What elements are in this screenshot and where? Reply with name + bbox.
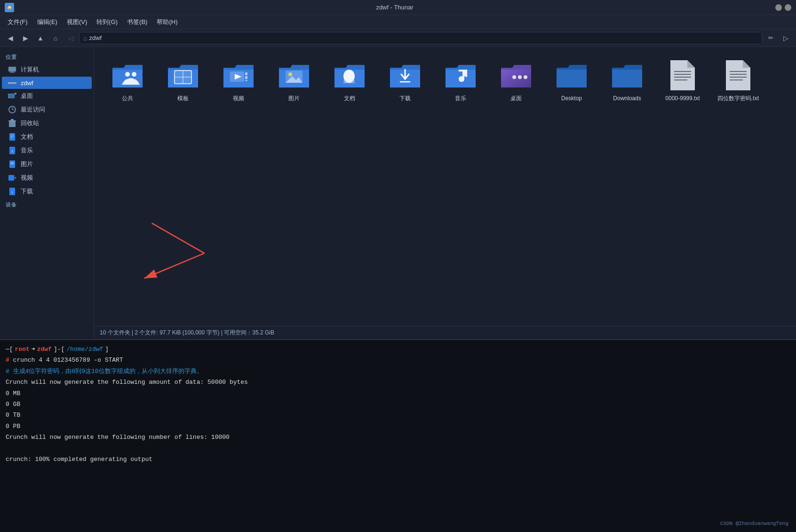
terminal-output-blank bbox=[6, 443, 790, 454]
home-button[interactable]: ⌂ bbox=[49, 32, 62, 45]
minimize-btn[interactable] bbox=[775, 4, 782, 11]
folder-moban[interactable]: 模板 bbox=[157, 55, 209, 106]
window-controls bbox=[775, 4, 791, 11]
folder-icon-downloads bbox=[610, 58, 644, 92]
output-line-2: 0 MB bbox=[6, 390, 20, 397]
sidebar-item-downloads[interactable]: ↓ 下载 bbox=[2, 185, 92, 198]
device-section-label: 设备 bbox=[0, 199, 94, 210]
watermark: CSDN @Zhanduanwangfeng bbox=[720, 521, 788, 526]
sidebar-item-videos[interactable]: 视频 bbox=[2, 171, 92, 184]
sidebar-downloads-label: 下载 bbox=[21, 187, 33, 196]
svg-rect-20 bbox=[8, 175, 14, 181]
folder-desktop[interactable]: Desktop bbox=[546, 55, 597, 106]
docs-icon bbox=[8, 133, 17, 141]
svg-rect-30 bbox=[245, 76, 247, 79]
term-command-text: crunch 4 4 0123456789 -o START bbox=[13, 357, 123, 364]
folder-xiazai-label: 下载 bbox=[399, 95, 411, 103]
svg-point-39 bbox=[524, 75, 527, 79]
menu-goto[interactable]: 转到(G) bbox=[93, 16, 121, 28]
svg-rect-0 bbox=[8, 67, 16, 71]
sidebar-item-music[interactable]: ♪ 音乐 bbox=[2, 144, 92, 157]
terminal-output-7: crunch: 100% completed generating output bbox=[6, 454, 790, 465]
svg-rect-5 bbox=[15, 93, 16, 95]
terminal-prompt: ─[ root ➜ zdwf ]-[ /home/zdwf ] bbox=[6, 344, 790, 355]
sidebar-item-zdwf[interactable]: zdwf bbox=[2, 77, 92, 89]
folder-zhuomian[interactable]: 桌面 bbox=[490, 55, 542, 106]
folder-icon-tupian bbox=[277, 58, 311, 92]
forward-button[interactable]: ▶ bbox=[19, 32, 32, 45]
svg-point-38 bbox=[518, 75, 522, 79]
pictures-icon bbox=[8, 160, 17, 168]
svg-rect-19 bbox=[10, 162, 14, 165]
svg-text:↓: ↓ bbox=[11, 189, 14, 194]
videos-icon bbox=[8, 174, 17, 182]
back-button[interactable]: ◀ bbox=[4, 32, 17, 45]
menu-bookmarks[interactable]: 书签(B) bbox=[123, 16, 151, 28]
output-line-7: crunch: 100% completed generating output bbox=[6, 456, 152, 463]
terminal-output-3: 0 GB bbox=[6, 399, 790, 410]
menu-edit[interactable]: 编辑(E) bbox=[33, 16, 61, 28]
file-siweidenshu[interactable]: 四位数字密码.txt bbox=[712, 55, 764, 106]
folder-yinyue[interactable]: 音乐 bbox=[435, 55, 486, 106]
maximize-btn[interactable] bbox=[785, 4, 791, 11]
menu-view[interactable]: 视图(V) bbox=[63, 16, 91, 28]
svg-rect-31 bbox=[245, 80, 247, 81]
sidebar-item-desktop[interactable]: 桌面 bbox=[2, 89, 92, 103]
term-host: zdwf bbox=[37, 344, 52, 355]
svg-rect-12 bbox=[9, 133, 15, 141]
file-0000-9999[interactable]: 0000-9999.txt bbox=[657, 55, 708, 106]
menubar: 文件(F) 编辑(E) 视图(V) 转到(G) 书签(B) 帮助(H) bbox=[0, 15, 796, 29]
folder-gong-gong[interactable]: 公共 bbox=[102, 55, 153, 106]
desktop-icon bbox=[8, 92, 17, 100]
menu-file[interactable]: 文件(F) bbox=[4, 16, 32, 28]
svg-rect-4 bbox=[9, 95, 14, 98]
folder-gonggong-label: 公共 bbox=[122, 95, 133, 103]
folder-downloads-label: Downloads bbox=[613, 95, 641, 103]
path-label: zdwf bbox=[89, 34, 102, 41]
folder-shipin[interactable]: 视频 bbox=[213, 55, 264, 106]
right-arrow-button[interactable]: ▷ bbox=[779, 32, 792, 45]
output-line-1: Crunch will now generate the following a… bbox=[6, 379, 248, 386]
folder-tupian[interactable]: 图片 bbox=[268, 55, 320, 106]
term-hash: # bbox=[6, 357, 13, 364]
svg-rect-9 bbox=[9, 121, 16, 127]
sidebar-desktop-label: 桌面 bbox=[21, 92, 33, 100]
left-arrow-button[interactable]: ◁ bbox=[64, 32, 77, 45]
terminal: ─[ root ➜ zdwf ]-[ /home/zdwf ] # crunch… bbox=[0, 339, 796, 532]
sidebar-videos-label: 视频 bbox=[21, 174, 33, 182]
svg-text:♪: ♪ bbox=[11, 149, 14, 153]
path-home-icon: ⌂ bbox=[83, 34, 87, 42]
sidebar-item-recent[interactable]: 最近访问 bbox=[2, 103, 92, 116]
folder-tupian-label: 图片 bbox=[288, 95, 300, 103]
edit-path-button[interactable]: ✏ bbox=[764, 32, 777, 45]
file-area: 公共 模板 bbox=[94, 47, 796, 339]
sidebar-item-computer[interactable]: 计算机 bbox=[2, 63, 92, 76]
zdwf-icon bbox=[8, 79, 17, 87]
menu-help[interactable]: 帮助(H) bbox=[153, 16, 181, 28]
svg-rect-1 bbox=[10, 71, 14, 72]
term-bracket-close: ] bbox=[105, 344, 109, 355]
folder-xiazai[interactable]: 下载 bbox=[379, 55, 431, 106]
sidebar-zdwf-label: zdwf bbox=[21, 79, 33, 87]
path-bar[interactable]: ⌂ zdwf bbox=[79, 32, 762, 44]
terminal-command: # crunch 4 4 0123456789 -o START bbox=[6, 355, 790, 365]
statusbar: 10 个文件夹 | 2 个文件: 97.7 KiB (100,000 字节) |… bbox=[94, 326, 796, 339]
svg-point-33 bbox=[288, 72, 292, 76]
folder-icon-gonggong bbox=[111, 58, 144, 92]
up-button[interactable]: ▲ bbox=[34, 32, 47, 45]
folder-wendang-label: 文档 bbox=[344, 95, 355, 103]
term-at: ➜ bbox=[32, 344, 35, 355]
folder-downloads[interactable]: Downloads bbox=[601, 55, 653, 106]
sidebar-trash-label: 回收站 bbox=[21, 119, 39, 127]
sidebar-item-trash[interactable]: 回收站 bbox=[2, 117, 92, 130]
folder-icon-moban bbox=[166, 58, 200, 92]
output-line-4: 0 TB bbox=[6, 412, 20, 419]
svg-rect-29 bbox=[245, 72, 247, 75]
term-path: /home/zdwf bbox=[66, 344, 103, 355]
folder-zhuomian-label: 桌面 bbox=[510, 95, 522, 103]
folder-wendang[interactable]: 文档 bbox=[324, 55, 375, 106]
terminal-output-1: Crunch will now generate the following a… bbox=[6, 377, 790, 388]
titlebar: 🏠 zdwf - Thunar bbox=[0, 0, 796, 15]
sidebar-item-pictures[interactable]: 图片 bbox=[2, 158, 92, 171]
sidebar-item-docs[interactable]: 文档 bbox=[2, 130, 92, 143]
